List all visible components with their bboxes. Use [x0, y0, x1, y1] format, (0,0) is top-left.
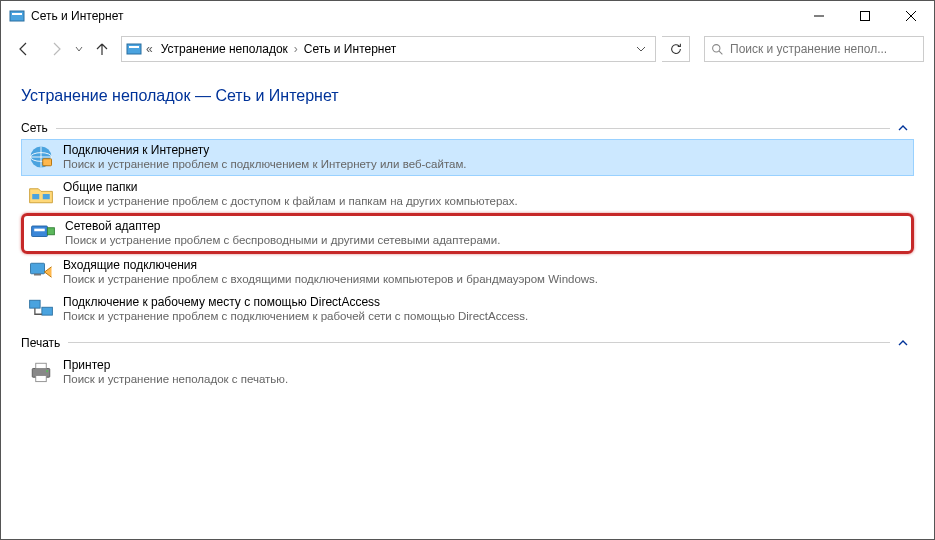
incoming-connections-icon [27, 258, 55, 286]
address-bar-icon [126, 41, 142, 57]
item-title: Подключение к рабочему месту с помощью D… [63, 295, 528, 309]
svg-rect-3 [861, 12, 870, 21]
category-header-print[interactable]: Печать [21, 334, 914, 352]
item-printer[interactable]: Принтер Поиск и устранение неполадок с п… [21, 354, 914, 391]
shared-folders-icon [27, 180, 55, 208]
svg-point-8 [713, 44, 720, 51]
collapse-icon[interactable] [898, 338, 914, 348]
item-shared-folders[interactable]: Общие папки Поиск и устранение проблем с… [21, 176, 914, 213]
maximize-button[interactable] [842, 1, 888, 31]
internet-icon [27, 143, 55, 171]
search-icon [711, 43, 724, 56]
item-network-adapter[interactable]: Сетевой адаптер Поиск и устранение пробл… [21, 213, 914, 254]
page-title: Устранение неполадок — Сеть и Интернет [21, 87, 914, 105]
navigation-bar: « Устранение неполадок › Сеть и Интернет [1, 31, 934, 67]
svg-rect-20 [30, 300, 41, 308]
item-title: Сетевой адаптер [65, 219, 500, 233]
item-desc: Поиск и устранение проблем с подключение… [63, 157, 467, 172]
svg-rect-18 [31, 263, 45, 274]
titlebar: Сеть и Интернет [1, 1, 934, 31]
forward-button[interactable] [43, 36, 69, 62]
search-box[interactable] [704, 36, 924, 62]
svg-rect-12 [43, 159, 52, 166]
item-internet-connections[interactable]: Подключения к Интернету Поиск и устранен… [21, 139, 914, 176]
svg-rect-17 [47, 228, 54, 235]
address-bar[interactable]: « Устранение неполадок › Сеть и Интернет [121, 36, 656, 62]
item-desc: Поиск и устранение проблем с подключение… [63, 309, 528, 324]
refresh-button[interactable] [662, 36, 690, 62]
network-items: Подключения к Интернету Поиск и устранен… [21, 139, 914, 328]
close-button[interactable] [888, 1, 934, 31]
directaccess-icon [27, 295, 55, 323]
item-desc: Поиск и устранение проблем с доступом к … [63, 194, 518, 209]
network-adapter-icon [29, 219, 57, 247]
svg-point-25 [46, 370, 48, 372]
svg-rect-13 [32, 194, 39, 199]
svg-rect-19 [34, 274, 41, 276]
item-incoming-connections[interactable]: Входящие подключения Поиск и устранение … [21, 254, 914, 291]
breadcrumb-item[interactable]: Сеть и Интернет [300, 42, 400, 56]
divider [68, 342, 890, 343]
collapse-icon[interactable] [898, 123, 914, 133]
back-button[interactable] [11, 36, 37, 62]
minimize-button[interactable] [796, 1, 842, 31]
address-dropdown-icon[interactable] [631, 37, 651, 61]
print-items: Принтер Поиск и устранение неполадок с п… [21, 354, 914, 391]
svg-rect-0 [10, 11, 24, 21]
breadcrumb-item[interactable]: Устранение неполадок [157, 42, 292, 56]
recent-locations-dropdown[interactable] [75, 45, 83, 53]
svg-rect-7 [129, 46, 139, 48]
svg-rect-14 [43, 194, 50, 199]
window-icon [9, 8, 25, 24]
svg-rect-23 [36, 363, 47, 368]
up-button[interactable] [89, 36, 115, 62]
content-area: Устранение неполадок — Сеть и Интернет С… [1, 67, 934, 401]
item-directaccess[interactable]: Подключение к рабочему месту с помощью D… [21, 291, 914, 328]
svg-rect-1 [12, 13, 22, 15]
breadcrumb-prefix: « [146, 42, 153, 56]
item-desc: Поиск и устранение неполадок с печатью. [63, 372, 288, 387]
divider [56, 128, 890, 129]
item-desc: Поиск и устранение проблем с входящими п… [63, 272, 598, 287]
item-title: Подключения к Интернету [63, 143, 467, 157]
window-title: Сеть и Интернет [31, 9, 123, 23]
item-title: Принтер [63, 358, 288, 372]
svg-rect-21 [42, 307, 53, 315]
svg-rect-16 [34, 229, 45, 232]
search-input[interactable] [730, 42, 917, 56]
svg-rect-24 [36, 375, 47, 381]
window-controls [796, 1, 934, 31]
breadcrumb-separator-icon: › [292, 42, 300, 56]
printer-icon [27, 358, 55, 386]
category-label: Печать [21, 336, 60, 350]
item-title: Общие папки [63, 180, 518, 194]
item-desc: Поиск и устранение проблем с беспроводны… [65, 233, 500, 248]
item-title: Входящие подключения [63, 258, 598, 272]
category-label: Сеть [21, 121, 48, 135]
svg-rect-6 [127, 44, 141, 54]
category-header-network[interactable]: Сеть [21, 119, 914, 137]
svg-line-9 [719, 51, 722, 54]
